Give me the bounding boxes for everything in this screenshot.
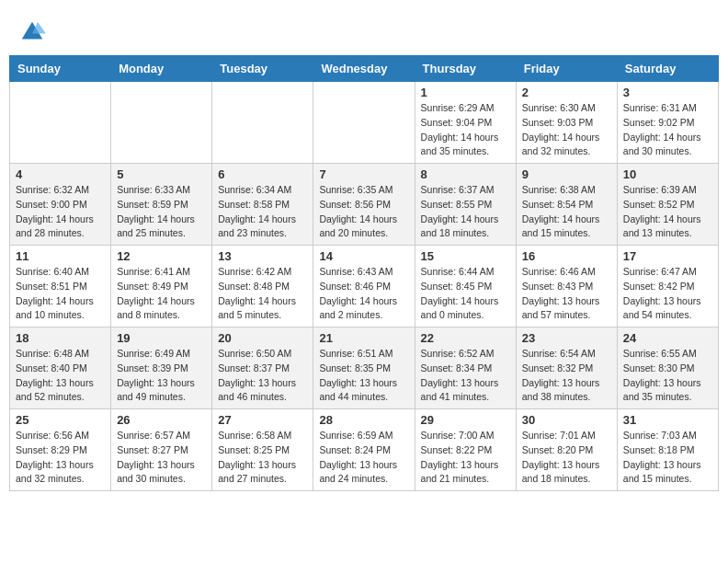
calendar-header-friday: Friday (516, 56, 617, 82)
calendar-header-row: SundayMondayTuesdayWednesdayThursdayFrid… (10, 56, 719, 82)
day-info: Sunrise: 6:38 AM Sunset: 8:54 PM Dayligh… (522, 183, 611, 241)
day-number: 12 (117, 249, 206, 263)
day-info: Sunrise: 7:03 AM Sunset: 8:18 PM Dayligh… (623, 429, 712, 487)
calendar-cell: 11Sunrise: 6:40 AM Sunset: 8:51 PM Dayli… (10, 246, 111, 327)
day-info: Sunrise: 6:41 AM Sunset: 8:49 PM Dayligh… (117, 265, 206, 323)
calendar-header-wednesday: Wednesday (313, 56, 415, 82)
calendar-cell: 27Sunrise: 6:58 AM Sunset: 8:25 PM Dayli… (212, 409, 313, 491)
calendar-cell: 30Sunrise: 7:01 AM Sunset: 8:20 PM Dayli… (516, 409, 617, 491)
day-info: Sunrise: 6:54 AM Sunset: 8:32 PM Dayligh… (522, 347, 611, 405)
day-number: 29 (421, 413, 510, 427)
day-info: Sunrise: 6:50 AM Sunset: 8:37 PM Dayligh… (218, 347, 307, 405)
day-info: Sunrise: 6:47 AM Sunset: 8:42 PM Dayligh… (623, 265, 712, 323)
day-number: 16 (522, 249, 611, 263)
calendar-cell: 20Sunrise: 6:50 AM Sunset: 8:37 PM Dayli… (212, 327, 313, 409)
day-number: 9 (522, 167, 611, 181)
day-number: 10 (623, 167, 712, 181)
day-info: Sunrise: 6:43 AM Sunset: 8:46 PM Dayligh… (319, 265, 408, 323)
calendar-week-1: 1Sunrise: 6:29 AM Sunset: 9:04 PM Daylig… (10, 82, 719, 164)
calendar-week-2: 4Sunrise: 6:32 AM Sunset: 9:00 PM Daylig… (10, 164, 719, 246)
calendar-cell: 7Sunrise: 6:35 AM Sunset: 8:56 PM Daylig… (313, 164, 415, 246)
day-number: 6 (218, 167, 307, 181)
calendar-header-thursday: Thursday (415, 56, 516, 82)
day-number: 26 (117, 413, 206, 427)
day-info: Sunrise: 6:55 AM Sunset: 8:30 PM Dayligh… (623, 347, 712, 405)
calendar-cell: 9Sunrise: 6:38 AM Sunset: 8:54 PM Daylig… (516, 164, 617, 246)
calendar-cell: 26Sunrise: 6:57 AM Sunset: 8:27 PM Dayli… (111, 409, 212, 491)
calendar-cell (212, 82, 313, 164)
day-info: Sunrise: 6:30 AM Sunset: 9:03 PM Dayligh… (522, 101, 611, 159)
day-number: 17 (623, 249, 712, 263)
calendar-cell: 8Sunrise: 6:37 AM Sunset: 8:55 PM Daylig… (415, 164, 516, 246)
calendar-cell: 25Sunrise: 6:56 AM Sunset: 8:29 PM Dayli… (10, 409, 111, 491)
logo-icon (18, 18, 46, 46)
calendar-cell: 6Sunrise: 6:34 AM Sunset: 8:58 PM Daylig… (212, 164, 313, 246)
day-number: 3 (623, 86, 712, 99)
day-info: Sunrise: 6:57 AM Sunset: 8:27 PM Dayligh… (117, 429, 206, 487)
day-number: 23 (522, 331, 611, 345)
calendar-cell: 13Sunrise: 6:42 AM Sunset: 8:48 PM Dayli… (212, 246, 313, 327)
day-info: Sunrise: 6:33 AM Sunset: 8:59 PM Dayligh… (117, 183, 206, 241)
day-number: 25 (16, 413, 105, 427)
calendar-cell: 15Sunrise: 6:44 AM Sunset: 8:45 PM Dayli… (415, 246, 516, 327)
calendar-cell: 21Sunrise: 6:51 AM Sunset: 8:35 PM Dayli… (313, 327, 415, 409)
calendar-header-saturday: Saturday (617, 56, 718, 82)
day-info: Sunrise: 6:42 AM Sunset: 8:48 PM Dayligh… (218, 265, 307, 323)
logo (18, 18, 50, 46)
day-info: Sunrise: 6:49 AM Sunset: 8:39 PM Dayligh… (117, 347, 206, 405)
calendar-cell: 5Sunrise: 6:33 AM Sunset: 8:59 PM Daylig… (111, 164, 212, 246)
day-number: 4 (16, 167, 105, 181)
day-info: Sunrise: 6:31 AM Sunset: 9:02 PM Dayligh… (623, 101, 712, 159)
day-number: 2 (522, 86, 611, 99)
calendar-cell: 18Sunrise: 6:48 AM Sunset: 8:40 PM Dayli… (10, 327, 111, 409)
calendar-header-tuesday: Tuesday (212, 56, 313, 82)
day-info: Sunrise: 6:32 AM Sunset: 9:00 PM Dayligh… (16, 183, 105, 241)
day-info: Sunrise: 6:59 AM Sunset: 8:24 PM Dayligh… (319, 429, 408, 487)
day-info: Sunrise: 6:34 AM Sunset: 8:58 PM Dayligh… (218, 183, 307, 241)
calendar-cell: 14Sunrise: 6:43 AM Sunset: 8:46 PM Dayli… (313, 246, 415, 327)
day-number: 21 (319, 331, 408, 345)
day-info: Sunrise: 6:46 AM Sunset: 8:43 PM Dayligh… (522, 265, 611, 323)
day-number: 19 (117, 331, 206, 345)
day-number: 5 (117, 167, 206, 181)
day-number: 13 (218, 249, 307, 263)
day-info: Sunrise: 6:39 AM Sunset: 8:52 PM Dayligh… (623, 183, 712, 241)
day-number: 18 (16, 331, 105, 345)
day-number: 15 (421, 249, 510, 263)
day-info: Sunrise: 7:00 AM Sunset: 8:22 PM Dayligh… (421, 429, 510, 487)
day-info: Sunrise: 6:40 AM Sunset: 8:51 PM Dayligh… (16, 265, 105, 323)
day-number: 27 (218, 413, 307, 427)
page-header (9, 9, 719, 51)
day-number: 7 (319, 167, 408, 181)
day-number: 20 (218, 331, 307, 345)
calendar-cell: 23Sunrise: 6:54 AM Sunset: 8:32 PM Dayli… (516, 327, 617, 409)
calendar-cell (111, 82, 212, 164)
calendar-cell: 19Sunrise: 6:49 AM Sunset: 8:39 PM Dayli… (111, 327, 212, 409)
calendar-cell: 3Sunrise: 6:31 AM Sunset: 9:02 PM Daylig… (617, 82, 718, 164)
calendar-cell: 4Sunrise: 6:32 AM Sunset: 9:00 PM Daylig… (10, 164, 111, 246)
day-info: Sunrise: 6:48 AM Sunset: 8:40 PM Dayligh… (16, 347, 105, 405)
day-number: 14 (319, 249, 408, 263)
calendar-cell: 12Sunrise: 6:41 AM Sunset: 8:49 PM Dayli… (111, 246, 212, 327)
day-info: Sunrise: 6:52 AM Sunset: 8:34 PM Dayligh… (421, 347, 510, 405)
day-info: Sunrise: 6:35 AM Sunset: 8:56 PM Dayligh… (319, 183, 408, 241)
day-number: 28 (319, 413, 408, 427)
calendar-cell: 29Sunrise: 7:00 AM Sunset: 8:22 PM Dayli… (415, 409, 516, 491)
calendar-cell: 17Sunrise: 6:47 AM Sunset: 8:42 PM Dayli… (617, 246, 718, 327)
calendar-header-monday: Monday (111, 56, 212, 82)
calendar-week-5: 25Sunrise: 6:56 AM Sunset: 8:29 PM Dayli… (10, 409, 719, 491)
day-info: Sunrise: 6:29 AM Sunset: 9:04 PM Dayligh… (421, 101, 510, 159)
day-number: 22 (421, 331, 510, 345)
calendar-cell (10, 82, 111, 164)
calendar-cell: 28Sunrise: 6:59 AM Sunset: 8:24 PM Dayli… (313, 409, 415, 491)
calendar-cell: 10Sunrise: 6:39 AM Sunset: 8:52 PM Dayli… (617, 164, 718, 246)
day-info: Sunrise: 6:51 AM Sunset: 8:35 PM Dayligh… (319, 347, 408, 405)
calendar-body: 1Sunrise: 6:29 AM Sunset: 9:04 PM Daylig… (10, 82, 719, 491)
calendar-cell: 16Sunrise: 6:46 AM Sunset: 8:43 PM Dayli… (516, 246, 617, 327)
day-number: 11 (16, 249, 105, 263)
day-number: 24 (623, 331, 712, 345)
calendar-week-3: 11Sunrise: 6:40 AM Sunset: 8:51 PM Dayli… (10, 246, 719, 327)
day-info: Sunrise: 6:56 AM Sunset: 8:29 PM Dayligh… (16, 429, 105, 487)
day-number: 30 (522, 413, 611, 427)
calendar-cell: 24Sunrise: 6:55 AM Sunset: 8:30 PM Dayli… (617, 327, 718, 409)
